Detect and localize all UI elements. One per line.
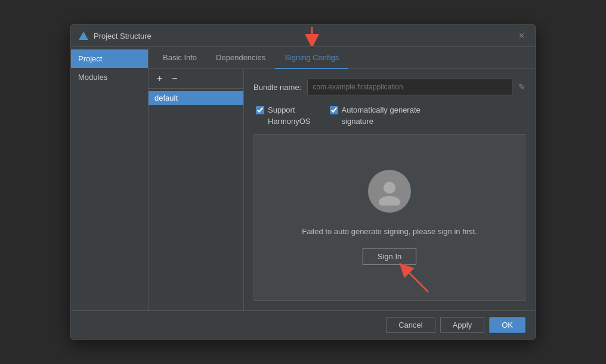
sign-in-button[interactable]: Sign In	[363, 248, 416, 265]
close-button[interactable]: ×	[515, 30, 528, 42]
signing-panel: Failed to auto generate signing, please …	[253, 134, 525, 301]
dialog-title: Project Structure	[94, 32, 152, 41]
bundle-name-row: Bundle name: ✎	[253, 79, 525, 95]
project-structure-dialog: Project Structure × Project Modules Basi…	[70, 24, 536, 339]
svg-line-6	[404, 268, 428, 292]
tab-signing-configs[interactable]: Signing Configs	[275, 47, 348, 69]
svg-marker-0	[79, 32, 88, 40]
bundle-name-label: Bundle name:	[253, 83, 301, 92]
dialog-footer: Cancel Apply OK	[71, 310, 535, 339]
sign-in-area: Sign In	[363, 248, 416, 265]
default-signing-config[interactable]: default	[149, 91, 243, 105]
sidebar-item-project[interactable]: Project	[71, 49, 148, 68]
edit-icon[interactable]: ✎	[518, 82, 525, 92]
bundle-name-input[interactable]	[307, 79, 512, 95]
tabs-bar: Basic Info Dependencies Signing Configs	[149, 47, 535, 69]
remove-button[interactable]: −	[168, 73, 181, 85]
sign-message: Failed to auto generate signing, please …	[302, 227, 477, 236]
auto-generate-checkbox[interactable]	[330, 106, 338, 114]
sidebar: Project Modules	[71, 47, 149, 310]
add-button[interactable]: +	[153, 73, 166, 85]
dialog-body: Project Modules Basic Info Dependencies …	[71, 47, 535, 310]
user-avatar-icon	[375, 177, 404, 206]
cancel-button[interactable]: Cancel	[386, 317, 435, 333]
checkboxes-row: Support HarmonyOS Automatically generate…	[253, 105, 525, 126]
left-panel-toolbar: + −	[149, 69, 243, 89]
title-bar: Project Structure ×	[71, 25, 535, 47]
sidebar-item-modules[interactable]: Modules	[71, 68, 148, 86]
title-bar-left: Project Structure	[78, 30, 152, 41]
tab-basic-info[interactable]: Basic Info	[153, 47, 206, 69]
support-harmony-checkbox-item: Support HarmonyOS	[256, 105, 311, 126]
auto-generate-label: Automatically generate signature	[342, 105, 421, 126]
tab-dependencies[interactable]: Dependencies	[206, 47, 275, 69]
user-avatar	[368, 170, 411, 213]
left-panel: + − default	[149, 69, 244, 310]
right-panel: Bundle name: ✎ Support HarmonyO	[244, 69, 535, 310]
support-harmony-label: Support HarmonyOS	[268, 105, 311, 126]
content-split: + − default Bundle name: ✎	[149, 69, 535, 310]
apply-button[interactable]: Apply	[440, 317, 485, 333]
svg-point-4	[379, 196, 400, 206]
content-area: Bundle name: ✎ Support HarmonyO	[244, 69, 535, 310]
main-content: Basic Info Dependencies Signing Configs	[149, 47, 535, 310]
svg-point-3	[384, 182, 395, 194]
auto-generate-checkbox-item: Automatically generate signature	[330, 105, 421, 126]
ok-button[interactable]: OK	[489, 317, 525, 333]
app-icon	[78, 30, 89, 41]
support-harmony-checkbox[interactable]	[256, 106, 264, 114]
